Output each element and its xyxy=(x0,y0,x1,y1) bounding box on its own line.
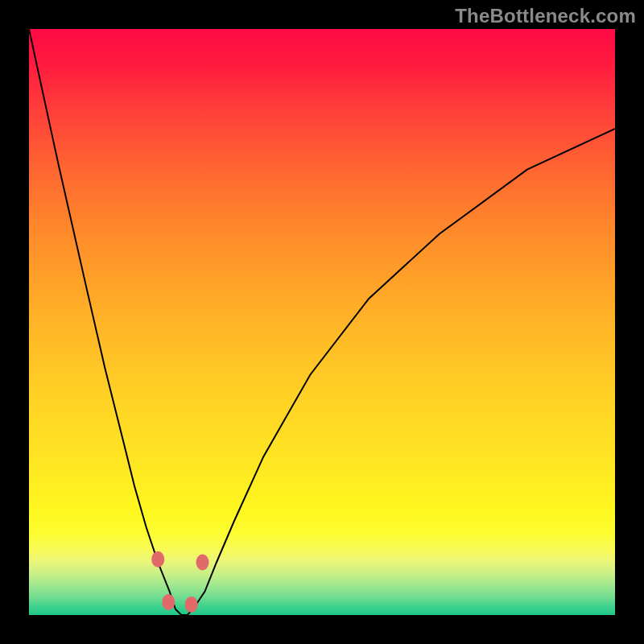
watermark-text: TheBottleneck.com xyxy=(455,5,636,27)
curve-marker xyxy=(162,594,175,610)
bottleneck-curve xyxy=(29,29,615,615)
curve-markers xyxy=(151,551,208,613)
curve-marker xyxy=(185,597,198,613)
curve-marker xyxy=(151,551,164,568)
curve-marker xyxy=(196,555,209,571)
curve-layer xyxy=(29,29,615,615)
chart-frame: TheBottleneck.com xyxy=(0,0,644,644)
plot-area xyxy=(29,29,615,615)
